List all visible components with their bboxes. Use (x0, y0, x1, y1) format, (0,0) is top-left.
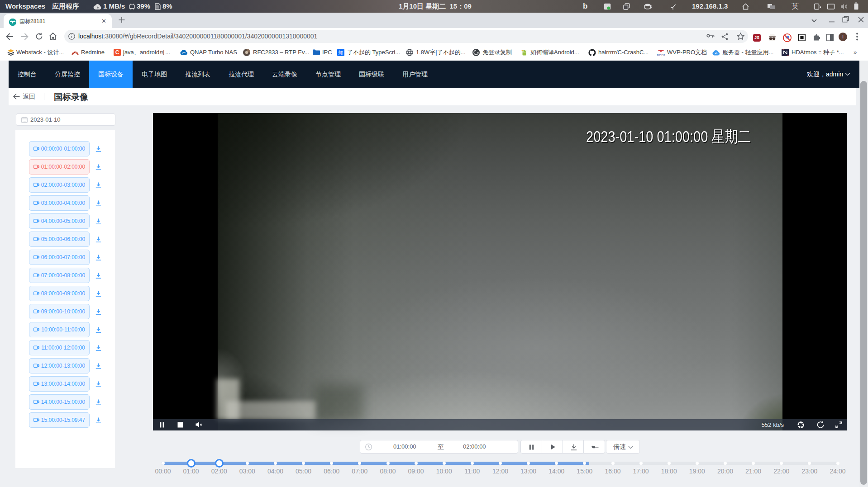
svg-text:WVP·PRO: WVP·PRO (657, 54, 665, 56)
